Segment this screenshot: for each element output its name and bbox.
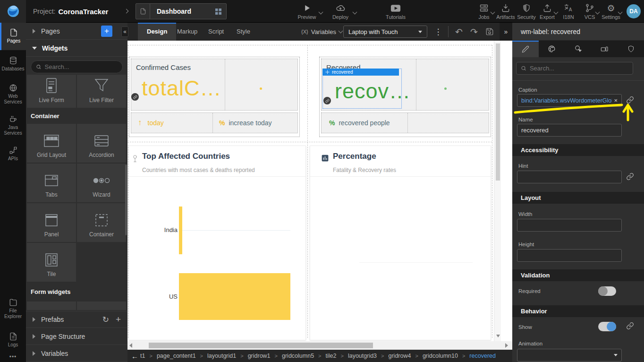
bar-us[interactable] bbox=[179, 273, 290, 320]
required-toggle[interactable] bbox=[598, 286, 616, 296]
widgets-panel-scrollbar[interactable] bbox=[125, 164, 127, 235]
hint-bind-link-icon[interactable] bbox=[626, 172, 635, 181]
variables-button[interactable]: {X} Variables bbox=[301, 23, 342, 41]
scroll-down-icon[interactable] bbox=[496, 335, 500, 337]
sidebar-item-databases[interactable]: Databases bbox=[0, 51, 26, 78]
breadcrumb-item[interactable]: gridrow1 bbox=[236, 353, 270, 359]
breadcrumb-item[interactable]: layoutgrid1 bbox=[196, 353, 237, 359]
property-search-input[interactable] bbox=[530, 65, 628, 72]
breadcrumb-item-active[interactable]: recovered bbox=[458, 353, 496, 359]
tile2-value-label[interactable]: recov… bbox=[335, 79, 411, 103]
preview-button[interactable]: Preview bbox=[294, 2, 320, 20]
increase-today-stat[interactable]: % increase today bbox=[212, 113, 297, 133]
tab-properties[interactable] bbox=[512, 41, 539, 57]
widgets-section-header[interactable]: Widgets bbox=[26, 40, 127, 57]
caption-bind-link-icon[interactable] bbox=[626, 96, 635, 104]
tile2-top-row[interactable]: Recovered recovered recov… bbox=[321, 59, 489, 111]
tab-style[interactable]: Style bbox=[228, 23, 259, 41]
sidebar-item-logs[interactable]: Logs bbox=[0, 327, 26, 352]
sidebar-item-apis[interactable]: APIs bbox=[0, 141, 26, 167]
card-top-affected-countries[interactable]: Top Affected Countries Countries with mo… bbox=[128, 146, 306, 340]
caption-value[interactable]: bind:Variables.wsvWordometerGlobal.c bbox=[521, 97, 612, 104]
add-prefab-icon[interactable]: + bbox=[116, 314, 121, 325]
add-page-button[interactable]: + bbox=[101, 26, 112, 37]
tile-recovered[interactable]: Recovered recovered recov… % recovered p… bbox=[319, 57, 491, 137]
property-search[interactable] bbox=[516, 62, 633, 75]
sidebar-item-pages[interactable]: Pages bbox=[0, 23, 26, 50]
page-structure-section-header[interactable]: Page Structure bbox=[26, 328, 127, 345]
tile2-stats-row[interactable]: % recovered people bbox=[321, 112, 489, 133]
show-bind-link-icon[interactable] bbox=[626, 322, 635, 330]
tab-security[interactable] bbox=[618, 41, 644, 57]
widget-grid-layout[interactable]: Grid Layout bbox=[27, 124, 76, 163]
widget-search-input[interactable] bbox=[45, 63, 118, 70]
sidebar-item-file-explorer[interactable]: File Explorer bbox=[0, 293, 26, 324]
bind-icon[interactable] bbox=[131, 93, 139, 101]
widget-panel[interactable]: Panel bbox=[27, 203, 76, 242]
breadcrumb-item[interactable]: tile2 bbox=[314, 353, 336, 359]
user-avatar[interactable]: DA bbox=[627, 4, 641, 18]
height-field[interactable] bbox=[517, 249, 622, 262]
tile1-value-label[interactable]: totalC… bbox=[142, 76, 222, 101]
back-arrow-icon[interactable]: ← bbox=[131, 352, 138, 360]
recovered-people-stat[interactable]: % recovered people bbox=[322, 113, 407, 133]
variables-section-header[interactable]: Variables bbox=[26, 345, 127, 362]
tile1-stats-row[interactable]: ↑ today % increase today bbox=[131, 112, 298, 133]
tile1-top-row[interactable]: Confirmed Cases totalC… bbox=[131, 59, 298, 111]
breadcrumb-item[interactable]: layoutgrid3 bbox=[336, 353, 377, 359]
show-toggle[interactable] bbox=[598, 322, 616, 331]
breadcrumb-item[interactable]: gridcolumn10 bbox=[411, 353, 458, 359]
sidebar-item-web-services[interactable]: Web Services bbox=[0, 78, 26, 109]
widget-search[interactable] bbox=[31, 60, 123, 73]
breadcrumb-item[interactable]: page_content1 bbox=[145, 353, 195, 359]
deploy-button[interactable]: Deploy bbox=[327, 2, 354, 20]
pages-section-header[interactable]: Pages + bbox=[26, 23, 127, 40]
app-logo[interactable] bbox=[0, 0, 26, 23]
breadcrumb-item[interactable]: gridrow4 bbox=[377, 353, 411, 359]
clear-binding-icon[interactable]: × bbox=[614, 97, 618, 104]
redo-button[interactable]: ↷ bbox=[468, 23, 480, 41]
tile-confirmed-cases[interactable]: Confirmed Cases totalC… ↑ today % increa… bbox=[129, 57, 300, 137]
save-button[interactable] bbox=[483, 23, 496, 41]
undo-button[interactable]: ↶ bbox=[453, 23, 465, 41]
tile1-title[interactable]: Confirmed Cases bbox=[136, 63, 191, 71]
selection-badge[interactable]: recovered bbox=[322, 69, 399, 76]
tab-events[interactable] bbox=[565, 41, 592, 57]
widget-accordion[interactable]: Accordion bbox=[77, 124, 126, 163]
bind-icon[interactable] bbox=[323, 97, 331, 104]
scroll-right-icon[interactable] bbox=[505, 343, 508, 348]
tab-devices[interactable] bbox=[591, 41, 618, 57]
breadcrumb-item[interactable]: t1 bbox=[140, 353, 145, 359]
canvas-vertical-scrollbar[interactable] bbox=[494, 41, 501, 341]
more-options-button[interactable]: ⋮ bbox=[433, 23, 443, 41]
widget-container[interactable]: Container bbox=[77, 203, 126, 242]
expand-right-panel-button[interactable]: » bbox=[500, 23, 512, 41]
rail-more-button[interactable]: ••• bbox=[0, 353, 26, 362]
sidebar-item-java-services[interactable]: Java Services bbox=[0, 110, 26, 140]
today-stat[interactable]: ↑ today bbox=[131, 113, 212, 133]
animation-select[interactable] bbox=[517, 349, 622, 362]
hscroll-thumb[interactable] bbox=[149, 343, 373, 348]
tab-styles[interactable] bbox=[539, 41, 565, 57]
width-field[interactable] bbox=[517, 219, 622, 232]
hint-field[interactable] bbox=[517, 171, 622, 183]
canvas-horizontal-scrollbar[interactable] bbox=[127, 341, 512, 350]
widget-tile[interactable]: Tile bbox=[27, 243, 76, 282]
vscroll-thumb[interactable] bbox=[496, 43, 500, 181]
name-field[interactable] bbox=[517, 124, 622, 137]
card-percentage[interactable]: Percentage Fatality & Recovery rates bbox=[310, 146, 491, 340]
caption-field[interactable]: bind:Variables.wsvWordometerGlobal.c × bbox=[517, 94, 622, 107]
widget-wizard[interactable]: Wizard bbox=[77, 164, 126, 202]
prefabs-section-header[interactable]: Prefabs ↻ + bbox=[26, 311, 127, 328]
breadcrumb-item[interactable]: gridcolumn5 bbox=[271, 353, 314, 359]
page-tab-dashboard[interactable]: Dashboard bbox=[136, 3, 227, 19]
device-select[interactable]: Laptop with Touch bbox=[343, 26, 427, 38]
dashboard-grid-icon[interactable] bbox=[215, 9, 221, 15]
bar-india[interactable] bbox=[179, 207, 182, 254]
collapse-panel-button[interactable]: « bbox=[121, 26, 128, 37]
widget-live-form[interactable]: Live Form bbox=[27, 75, 76, 108]
scroll-left-icon[interactable] bbox=[129, 343, 132, 348]
design-canvas[interactable]: Confirmed Cases totalC… ↑ today % increa… bbox=[127, 41, 512, 341]
refresh-prefabs-icon[interactable]: ↻ bbox=[102, 315, 109, 325]
tutorials-button[interactable]: Tutorials bbox=[382, 2, 409, 20]
